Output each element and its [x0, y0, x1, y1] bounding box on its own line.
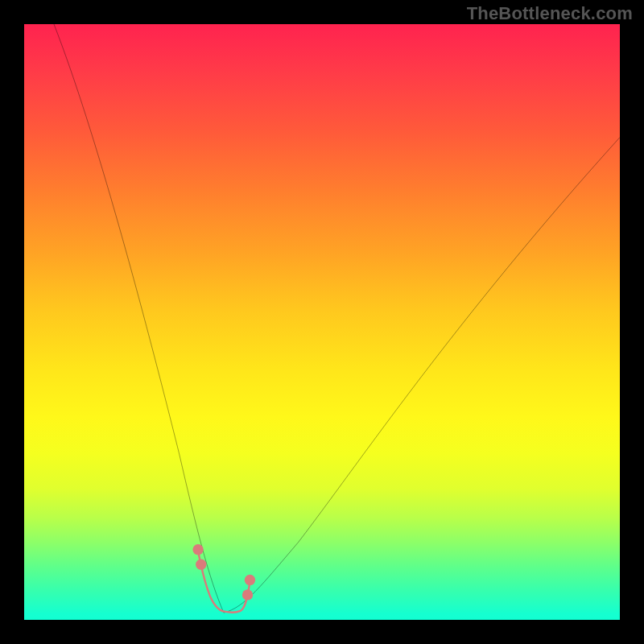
watermark-text: TheBottleneck.com [467, 3, 633, 24]
plot-area [24, 24, 620, 620]
chart-svg [24, 24, 620, 620]
bottleneck-curve-left [54, 24, 224, 613]
optimal-marker-dot [192, 544, 203, 555]
optimal-marker-dot [242, 589, 253, 600]
optimal-marker-dot [245, 575, 255, 585]
chart-frame: TheBottleneck.com [0, 0, 644, 644]
optimal-marker-dot [196, 559, 206, 570]
bottleneck-curve-right [224, 138, 620, 613]
